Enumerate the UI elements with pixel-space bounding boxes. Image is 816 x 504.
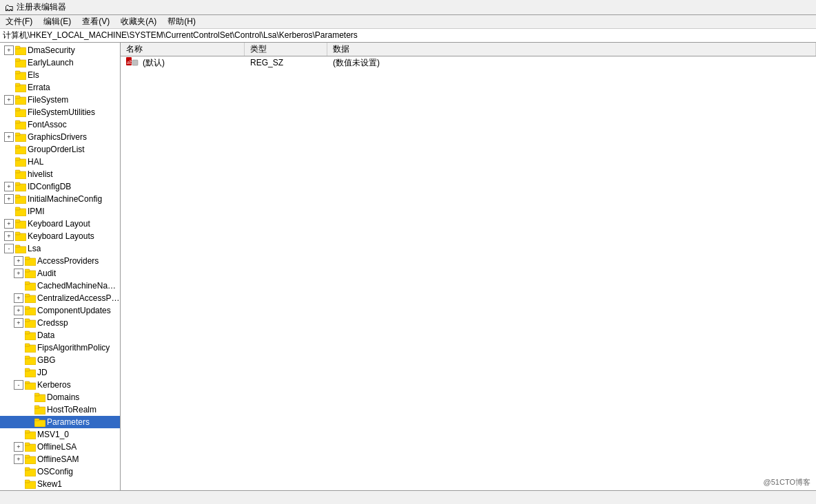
collapse-btn[interactable]: -: [14, 380, 23, 390]
expand-btn[interactable]: +: [4, 194, 14, 204]
folder-icon: [25, 269, 36, 278]
tree-item-label: JD: [37, 368, 48, 377]
expand-btn[interactable]: +: [14, 318, 23, 328]
tree-item[interactable]: + GraphicsDrivers: [0, 131, 120, 143]
tree-item[interactable]: + OfflineSAM: [0, 453, 120, 465]
menu-bar: 文件(F) 编辑(E) 查看(V) 收藏夹(A) 帮助(H): [0, 15, 816, 29]
expand-btn[interactable]: +: [4, 219, 14, 229]
tree-item[interactable]: + IDConfigDB: [0, 180, 120, 193]
tree-item[interactable]: - Lsa: [0, 242, 120, 255]
folder-icon: [15, 107, 26, 117]
tree-item[interactable]: HAL: [0, 156, 120, 168]
collapse-btn[interactable]: -: [4, 244, 14, 253]
expand-btn[interactable]: +: [4, 95, 14, 105]
tree-panel[interactable]: + ComputerName+ ContentIndex+ CrashContr…: [0, 43, 121, 490]
tree-item[interactable]: + AccessProviders: [0, 255, 120, 267]
svg-rect-39: [15, 145, 20, 148]
svg-rect-35: [15, 120, 20, 123]
expand-space: [14, 430, 23, 439]
expand-btn[interactable]: +: [14, 269, 23, 278]
tree-item[interactable]: + DmaSecurity: [0, 44, 120, 56]
folder-icon: [25, 442, 36, 452]
expand-btn[interactable]: +: [14, 306, 23, 315]
tree-item[interactable]: Domains: [0, 391, 120, 403]
expand-btn[interactable]: +: [4, 182, 14, 191]
folder-icon: [15, 157, 26, 167]
svg-rect-76: [25, 383, 36, 390]
svg-text:ab: ab: [127, 59, 133, 65]
tree-item[interactable]: GBG: [0, 354, 120, 366]
tree-item[interactable]: - Kerberos: [0, 379, 120, 391]
tree-item-label: Audit: [37, 269, 56, 278]
folder-icon: [15, 132, 26, 142]
tree-item[interactable]: Skew1: [0, 478, 120, 490]
menu-view[interactable]: 查看(V): [79, 15, 112, 28]
menu-edit[interactable]: 编辑(E): [41, 15, 74, 28]
tree-item[interactable]: Data: [0, 329, 120, 342]
tree-item[interactable]: Parameters: [0, 416, 120, 428]
tree-item[interactable]: GroupOrderList: [0, 143, 120, 156]
tree-item[interactable]: + Keyboard Layout: [0, 218, 120, 230]
tree-item-label: Keyboard Layout: [28, 219, 90, 229]
expand-btn[interactable]: +: [14, 454, 23, 464]
expand-space: [4, 157, 14, 167]
expand-btn[interactable]: +: [14, 442, 23, 452]
tree-item[interactable]: + CentralizedAccessPolici: [0, 292, 120, 304]
tree-item-label: Errata: [28, 83, 50, 92]
svg-rect-96: [132, 60, 138, 65]
tree-item[interactable]: JD: [0, 366, 120, 379]
table-row[interactable]: ab (默认)REG_SZ(数值未设置): [121, 56, 816, 69]
tree-item[interactable]: FontAssoc: [0, 118, 120, 131]
menu-favorites[interactable]: 收藏夹(A): [118, 15, 159, 28]
tree-item[interactable]: + FileSystem: [0, 94, 120, 106]
tree-item[interactable]: + Keyboard Layouts: [0, 230, 120, 242]
menu-file[interactable]: 文件(F): [3, 15, 35, 28]
menu-help[interactable]: 帮助(H): [165, 15, 198, 28]
tree-item-label: DmaSecurity: [28, 45, 75, 55]
tree-item[interactable]: FileSystemUtilities: [0, 106, 120, 118]
tree-item[interactable]: + OfflineLSA: [0, 441, 120, 453]
folder-icon: [34, 405, 45, 414]
tree-item-label: GroupOrderList: [28, 145, 85, 154]
tree-item[interactable]: Errata: [0, 81, 120, 94]
tree-item[interactable]: IPMI: [0, 205, 120, 218]
expand-btn[interactable]: +: [14, 293, 23, 303]
svg-rect-57: [25, 257, 30, 260]
folder-icon: [25, 368, 36, 377]
col-header-name[interactable]: 名称: [121, 43, 245, 56]
tree-item[interactable]: + Audit: [0, 267, 120, 280]
tree-item[interactable]: + ComponentUpdates: [0, 304, 120, 317]
expand-btn[interactable]: +: [4, 45, 14, 55]
folder-icon: [25, 454, 36, 464]
tree-item-label: hivelist: [28, 169, 53, 179]
status-bar: [0, 490, 816, 504]
tree-item[interactable]: HostToRealm: [0, 403, 120, 416]
expand-space: [4, 83, 14, 92]
tree-item[interactable]: MSV1_0: [0, 428, 120, 441]
col-header-type[interactable]: 类型: [245, 43, 327, 56]
tree-item-label: GBG: [37, 355, 56, 365]
folder-icon: [25, 479, 36, 489]
tree-item[interactable]: CachedMachineNames: [0, 280, 120, 292]
expand-space: [14, 368, 23, 377]
folder-icon: [15, 219, 26, 229]
folder-icon: [15, 70, 26, 80]
expand-space: [4, 145, 14, 154]
svg-rect-89: [25, 455, 30, 458]
tree-item[interactable]: hivelist: [0, 168, 120, 180]
tree-item-label: InitialMachineConfig: [28, 194, 102, 204]
tree-item-label: IDConfigDB: [28, 182, 71, 191]
expand-btn[interactable]: +: [4, 231, 14, 241]
tree-item[interactable]: FipsAlgorithmPolicy: [0, 342, 120, 354]
tree-item[interactable]: OSConfig: [0, 465, 120, 478]
expand-btn[interactable]: +: [14, 256, 23, 266]
data-rows-container: ab (默认)REG_SZ(数值未设置): [121, 56, 816, 69]
col-header-data[interactable]: 数据: [327, 43, 816, 56]
tree-item[interactable]: EarlyLaunch: [0, 56, 120, 69]
tree-item[interactable]: + InitialMachineConfig: [0, 193, 120, 205]
tree-item-label: Credssp: [37, 318, 68, 328]
tree-item[interactable]: Els: [0, 69, 120, 81]
tree-item[interactable]: + Credssp: [0, 317, 120, 329]
expand-btn[interactable]: +: [4, 132, 14, 142]
folder-icon: [25, 355, 36, 365]
